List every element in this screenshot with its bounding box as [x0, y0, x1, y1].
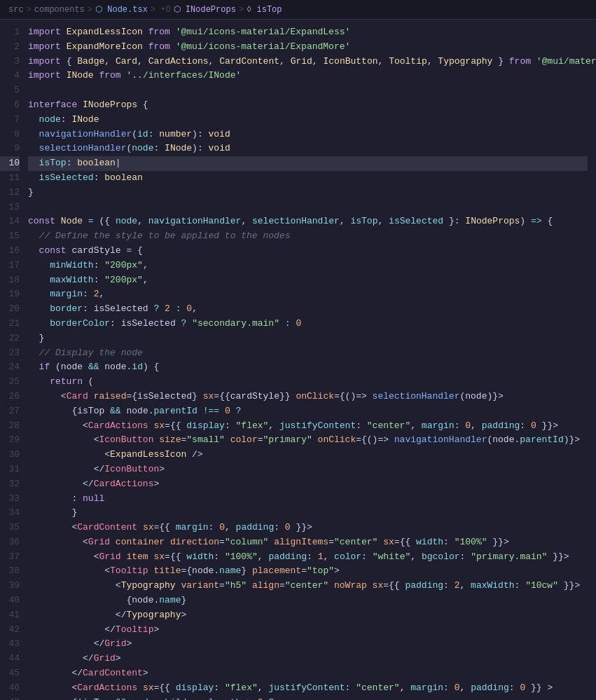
code-line: </Grid> [28, 652, 588, 666]
bc-src: src [8, 5, 24, 15]
code-line: {node.name} [28, 593, 588, 608]
code-line: </CardContent> [28, 666, 588, 681]
code-line: maxWidth: "200px", [28, 273, 588, 288]
code-line: <Grid container direction="column" align… [28, 535, 588, 550]
breadcrumb: src > components > ⬡ Node.tsx > •O ⬡ INo… [0, 0, 596, 20]
bc-sep-2: > [88, 5, 92, 15]
code-line: // Define the style to be applied to the… [28, 229, 588, 244]
code-line: </Tooltip> [28, 623, 588, 638]
code-line [28, 200, 588, 215]
line-numbers: 1 2 3 4 5 6 7 8 9 10 11 12 13 14 15 16 1… [0, 25, 28, 700]
code-line: import INode from '../interfaces/INode' [28, 69, 588, 83]
code-line: } [28, 506, 588, 521]
code-line: </CardActions> [28, 477, 588, 492]
code-line: <CardContent sx={{ margin: 0, padding: 0… [28, 521, 588, 535]
code-area: 1 2 3 4 5 6 7 8 9 10 11 12 13 14 15 16 1… [0, 20, 596, 700]
code-line: <CardActions sx={{ display: "flex", just… [28, 419, 588, 434]
bc-sep-4: > [239, 5, 244, 15]
code-line: </Grid> [28, 637, 588, 652]
code-line: <ExpandLessIcon /> [28, 448, 588, 462]
code-line: <Typography variant="h5" align="center" … [28, 579, 588, 593]
code-line: navigationHandler(id: number): void [28, 128, 588, 142]
bc-inode: ⬡ INodeProps [174, 4, 236, 15]
code-line: } [28, 186, 588, 200]
code-line: // Display the node [28, 346, 588, 361]
code-line: <Grid item sx={{ width: "100%", padding:… [28, 550, 588, 565]
code-line: <Card raised={isSelected} sx={{cardStyle… [28, 390, 588, 404]
code-line: isSelected: boolean [28, 171, 588, 186]
code-line: </IconButton> [28, 462, 588, 477]
code-line: isTop: boolean| [28, 156, 588, 171]
code-line: {isTop && node.parentId !== 0 ? [28, 404, 588, 419]
editor: 1 2 3 4 5 6 7 8 9 10 11 12 13 14 15 16 1… [0, 20, 596, 700]
code-content: import ExpandLessIcon from '@mui/icons-m… [28, 25, 596, 700]
code-line: <IconButton size="small" color="primary"… [28, 433, 588, 448]
code-line: </Typography> [28, 608, 588, 623]
bc-istop: ◊ isTop [247, 5, 282, 15]
code-line: node: INode [28, 113, 588, 128]
code-line: <Tooltip title={node.name} placement="to… [28, 564, 588, 579]
code-line: borderColor: isSelected ? "secondary.mai… [28, 317, 588, 331]
code-line: if (node && node.id) { [28, 360, 588, 375]
code-line: {!isTop && node.children.length > 0 ? [28, 696, 588, 700]
code-line: const Node = ({ node, navigationHandler,… [28, 214, 588, 229]
code-line: } [28, 331, 588, 346]
code-line [28, 83, 588, 98]
code-line: import ExpandLessIcon from '@mui/icons-m… [28, 25, 588, 40]
code-line: : null [28, 492, 588, 507]
code-line: return ( [28, 375, 588, 390]
bc-sep-3: > •O [151, 5, 171, 15]
code-line: const cardStyle = { [28, 244, 588, 259]
code-line: import ExpandMoreIcon from '@mui/icons-m… [28, 40, 588, 55]
code-line: interface INodeProps { [28, 98, 588, 113]
bc-components: components [34, 5, 85, 15]
code-line: selectionHandler(node: INode): void [28, 142, 588, 156]
code-line: minWidth: "200px", [28, 259, 588, 273]
code-line: margin: 2, [28, 287, 588, 302]
code-line: border: isSelected ? 2 : 0, [28, 302, 588, 317]
bc-file: ⬡ Node.tsx [95, 4, 148, 15]
bc-sep-1: > [27, 5, 32, 15]
code-line: <CardActions sx={{ display: "flex", just… [28, 681, 588, 696]
code-line: import { Badge, Card, CardActions, CardC… [28, 55, 588, 69]
